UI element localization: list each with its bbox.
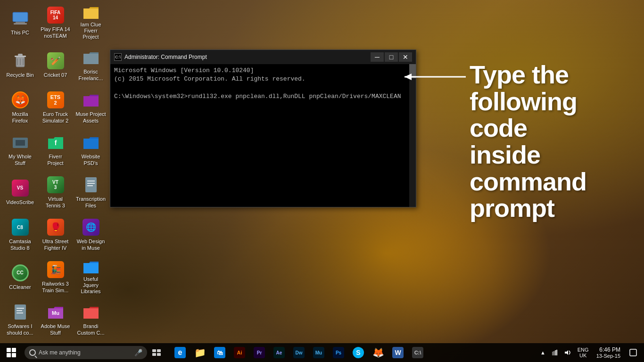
icon-borisc[interactable]: Borisc Freelanc... [73, 45, 108, 85]
cmd-output: Microsoft Windows [Version 10.0.10240] (… [114, 66, 412, 101]
icon-railworks[interactable]: 🚂 Railworks 3 Train Sim... [38, 257, 73, 297]
icon-recycle-bin[interactable]: Recycle Bin [2, 45, 38, 85]
icon-softwares[interactable]: Sofwares I should co... [2, 299, 38, 339]
icon-videoscribe-label: VideoScribe [6, 199, 34, 206]
taskbar-app-dreamweaver[interactable]: Dw [289, 343, 308, 362]
icon-this-pc-label: This PC [11, 30, 29, 36]
taskbar-left: Ask me anything 🎤 [0, 343, 166, 362]
icon-videoscribe[interactable]: VS VideoScribe [2, 172, 38, 212]
icon-cricket[interactable]: 🏏 Cricket 07 [38, 45, 73, 85]
icon-camtasia[interactable]: C8 Camtasia Studio 8 [2, 214, 38, 255]
tray-expand[interactable]: ▲ [538, 350, 547, 355]
icon-softwares-label: Sofwares I should co... [5, 323, 35, 336]
svg-rect-27 [552, 352, 553, 355]
clock-time: 6:46 PM [599, 346, 620, 353]
instruction-line5: prompt [470, 194, 554, 222]
icon-fifa-label: Play FIFA 14 nosTEAM [40, 26, 71, 39]
svg-rect-1 [16, 22, 25, 23]
icon-ultrastreet-label: Ultra Street Fighter IV [40, 239, 71, 251]
taskbar-app-firefox[interactable]: 🦊 [369, 343, 388, 362]
svg-rect-5 [18, 54, 23, 56]
icon-adobemuse[interactable]: Mu Adobe Muse Stuff [38, 299, 73, 339]
task-view-button[interactable] [147, 343, 166, 362]
cmd-maximize-button[interactable]: □ [385, 52, 398, 62]
svg-text:Mu: Mu [52, 310, 59, 316]
svg-rect-24 [157, 349, 161, 352]
tray-network[interactable] [549, 350, 561, 355]
clock-date: 13-Sep-15 [596, 353, 620, 359]
cmd-close-button[interactable]: ✕ [399, 52, 412, 62]
icon-ccleaner-label: CCleaner [9, 284, 31, 290]
svg-rect-23 [152, 349, 156, 352]
icon-camtasia-label: Camtasia Studio 8 [5, 239, 35, 251]
search-placeholder-text: Ask me anything [39, 349, 81, 356]
start-icon [7, 348, 16, 357]
taskbar-app-explorer[interactable]: 📁 [190, 343, 209, 362]
icon-ccleaner[interactable]: CC CCleaner [2, 257, 38, 297]
taskbar-app-photoshop[interactable]: Ps [329, 343, 348, 362]
icon-website-label: Website PSD's [75, 154, 106, 166]
icon-fifa[interactable]: FIFA14 Play FIFA 14 nosTEAM [38, 2, 73, 42]
taskbar-apps: e 📁 🛍 Ai Pr Ae Dw Mu P [166, 343, 538, 362]
taskbar-app-illustrator[interactable]: Ai [230, 343, 249, 362]
clock-area[interactable]: 6:46 PM 13-Sep-15 [593, 346, 624, 359]
taskbar-app-premiere[interactable]: Pr [250, 343, 269, 362]
svg-marker-31 [565, 350, 568, 355]
taskbar-app-muse[interactable]: Mu [309, 343, 328, 362]
icon-brandi[interactable]: Brandi Custom C... [73, 299, 108, 339]
icon-ultrastreet[interactable]: 🥊 Ultra Street Fighter IV [38, 214, 73, 255]
icon-webdesign[interactable]: 🌐 Web Design in Muse [73, 214, 108, 255]
language-region[interactable]: ENG UK [576, 347, 591, 358]
svg-rect-29 [555, 350, 556, 355]
icon-website[interactable]: Website PSD's [73, 130, 108, 170]
icon-transcription[interactable]: Transcription Files [73, 172, 108, 212]
instruction-line1: Type the [470, 60, 569, 89]
icon-mozilla-label: Mozilla Firefox [5, 111, 35, 123]
taskbar-app-edge[interactable]: e [171, 343, 190, 362]
svg-rect-28 [553, 351, 554, 355]
instruction-line4: command [470, 167, 586, 196]
icon-iamclue[interactable]: Iam Clue Fiverr Project [73, 2, 108, 42]
cmd-title-text: Administrator: Command Prompt [124, 54, 207, 60]
icon-jquery[interactable]: Useful Jquery Libraries [73, 257, 108, 297]
icon-virtualtennis-label: Virtual Tennis 3 [40, 196, 71, 208]
taskbar-app-store[interactable]: 🛍 [210, 343, 229, 362]
svg-rect-16 [15, 304, 26, 320]
icon-eurotruck[interactable]: ETS2 Euro Truck Simulator 2 [38, 87, 73, 127]
icon-mywhole-label: My Whole Stuff [5, 154, 35, 166]
icon-eurotruck-label: Euro Truck Simulator 2 [40, 111, 71, 123]
taskbar-app-aftereffects[interactable]: Ae [270, 343, 289, 362]
svg-rect-30 [556, 350, 557, 355]
arrow-annotation [400, 65, 471, 90]
icon-virtualtennis[interactable]: VT3 Virtual Tennis 3 [38, 172, 73, 212]
icon-brandi-label: Brandi Custom C... [75, 323, 106, 336]
icon-recycle-label: Recycle Bin [6, 72, 33, 78]
tray-volume[interactable] [562, 349, 574, 356]
taskbar: Ask me anything 🎤 e 📁 🛍 [0, 343, 644, 362]
search-bar[interactable]: Ask me anything 🎤 [25, 346, 147, 359]
icon-adobemuse-label: Adobe Muse Stuff [40, 323, 71, 336]
icon-mozilla[interactable]: 🦊 Mozilla Firefox [2, 87, 38, 127]
svg-marker-22 [405, 74, 412, 80]
icon-webdesign-label: Web Design in Muse [75, 239, 106, 251]
start-button[interactable] [0, 343, 23, 362]
search-icon [29, 349, 36, 356]
taskbar-app-cmd[interactable]: C:\ [408, 343, 427, 362]
taskbar-app-word[interactable]: W [388, 343, 407, 362]
notification-button[interactable] [626, 343, 640, 362]
icon-borisc-label: Borisc Freelanc... [75, 69, 106, 81]
icon-jquery-label: Useful Jquery Libraries [75, 276, 106, 295]
taskbar-app-skype[interactable]: S [349, 343, 368, 362]
cmd-minimize-button[interactable]: ─ [371, 52, 384, 62]
icon-muse-assets[interactable]: Muse Project Assets [73, 87, 108, 127]
microphone-icon[interactable]: 🎤 [134, 349, 142, 356]
language-label: ENG [578, 347, 589, 353]
icon-muse-label: Muse Project Assets [75, 111, 106, 123]
desktop-icon-grid: This PC FIFA14 Play FIFA 14 nosTEAM Iam … [0, 0, 108, 344]
cmd-window[interactable]: C:\ Administrator: Command Prompt ─ □ ✕ … [110, 49, 416, 207]
icon-mywhole[interactable]: My Whole Stuff [2, 130, 38, 170]
icon-cricket-label: Cricket 07 [44, 72, 67, 78]
icon-this-pc[interactable]: This PC [2, 2, 38, 42]
icon-fiverr[interactable]: f Fiverr Project [38, 130, 73, 170]
svg-rect-0 [13, 12, 28, 22]
